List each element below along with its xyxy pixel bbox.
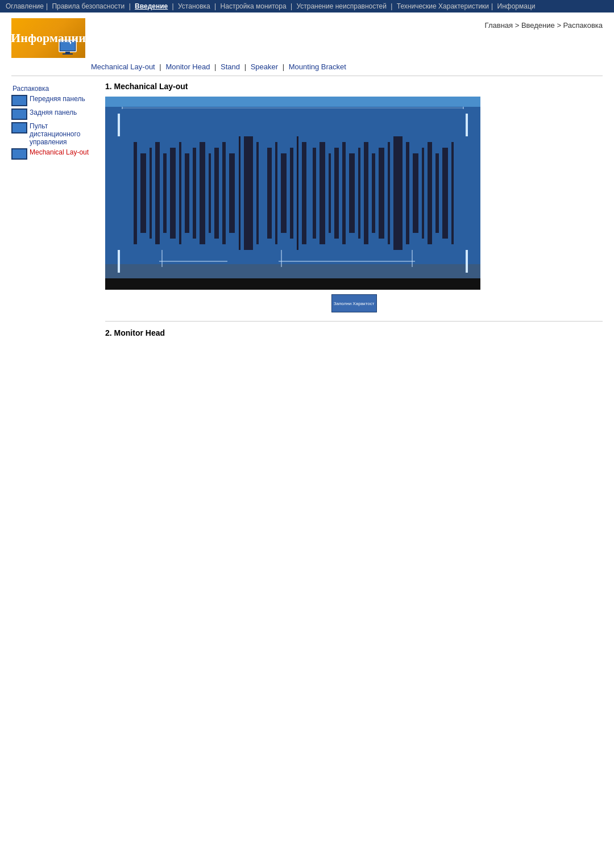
header-area: Информации Главная > Введение > Распаков… [0, 12, 614, 58]
svg-rect-30 [275, 142, 277, 244]
sidebar-link-remote[interactable]: Пульт дистанционного управления [30, 122, 94, 146]
svg-rect-9 [118, 250, 120, 273]
sub-nav-stand[interactable]: Stand [221, 62, 240, 71]
svg-rect-52 [442, 148, 448, 239]
svg-rect-6 [105, 97, 480, 107]
mechanical-thumbnail[interactable]: Заполни Характост [331, 294, 377, 312]
sidebar-item-mechanical: Mechanical Lay-out [11, 148, 94, 160]
sub-nav-speaker[interactable]: Speaker [251, 62, 278, 71]
svg-rect-7 [105, 264, 480, 278]
sidebar-link-mechanical[interactable]: Mechanical Lay-out [30, 148, 89, 156]
svg-rect-48 [413, 153, 418, 233]
mechanical-layout-image [105, 97, 480, 290]
nav-item-1[interactable]: Правила безопасности [52, 2, 125, 10]
mechanical-svg [105, 97, 480, 290]
main-content: 1. Mechanical Lay-out [99, 82, 603, 337]
svg-rect-35 [313, 148, 316, 239]
svg-rect-37 [329, 153, 331, 233]
nav-item-4[interactable]: Настройка монитора [221, 2, 287, 10]
svg-rect-21 [200, 142, 205, 244]
sidebar-link-back-panel[interactable]: Задняя панель [30, 108, 77, 116]
breadcrumb: Главная > Введение > Распаковка [85, 18, 603, 30]
svg-rect-17 [170, 148, 176, 239]
svg-rect-34 [302, 142, 306, 244]
svg-rect-24 [222, 142, 226, 244]
sidebar-item-back-panel: Задняя панель [11, 108, 94, 120]
svg-rect-2 [65, 52, 70, 53]
svg-rect-14 [150, 148, 152, 239]
nav-item-2[interactable]: Введение [135, 2, 168, 10]
section-1-title: 1. Mechanical Lay-out [105, 82, 603, 91]
sidebar-thumb-back-panel [11, 108, 27, 120]
svg-rect-8 [118, 114, 120, 136]
sub-navigation: Mechanical Lay-out | Monitor Head | Stan… [0, 58, 614, 76]
svg-rect-36 [320, 142, 325, 244]
sub-nav-mounting-bracket[interactable]: Mounting Bracket [289, 62, 346, 71]
svg-rect-44 [379, 148, 384, 239]
svg-rect-38 [334, 148, 339, 239]
sidebar-thumb-remote [11, 122, 27, 133]
svg-rect-46 [393, 136, 403, 250]
breadcrumb-text: Главная > Введение > Распаковка [485, 21, 603, 30]
mechanical-thumbnail-area: Заполни Характост [105, 294, 603, 312]
sub-nav-mechanical-layout[interactable]: Mechanical Lay-out [91, 62, 155, 71]
svg-rect-18 [179, 142, 181, 244]
svg-rect-41 [358, 148, 360, 239]
svg-rect-15 [155, 142, 160, 244]
sidebar: Распаковка Передняя панель Задняя панель… [11, 82, 99, 337]
sidebar-item-front-panel: Передняя панель [11, 95, 94, 106]
svg-rect-47 [406, 142, 409, 244]
svg-rect-39 [342, 142, 346, 244]
svg-rect-13 [140, 153, 146, 233]
svg-rect-31 [281, 153, 287, 233]
svg-rect-19 [185, 153, 189, 233]
sidebar-link-unboxing[interactable]: Распаковка [13, 85, 49, 93]
section-2-title: 2. Monitor Head [105, 328, 603, 337]
svg-rect-43 [372, 153, 375, 233]
svg-rect-22 [209, 153, 211, 233]
svg-rect-32 [290, 148, 293, 239]
svg-rect-12 [134, 142, 137, 244]
svg-rect-49 [422, 148, 424, 239]
content-area: Распаковка Передняя панель Задняя панель… [0, 76, 614, 343]
top-navigation: Оглавление| Правила безопасности | Введе… [0, 0, 614, 12]
sidebar-link-front-panel[interactable]: Передняя панель [30, 95, 85, 103]
sidebar-thumb-front-panel [11, 95, 27, 106]
svg-rect-11 [466, 250, 468, 273]
logo-text: Информации [11, 31, 85, 45]
sidebar-item-remote: Пульт дистанционного управления [11, 122, 94, 146]
nav-item-6[interactable]: Технические Характеристики [397, 2, 489, 10]
svg-rect-25 [229, 153, 235, 233]
svg-rect-27 [244, 136, 253, 250]
sidebar-thumb-mechanical [11, 148, 27, 160]
svg-rect-3 [63, 53, 73, 55]
nav-item-3[interactable]: Установка [178, 2, 210, 10]
svg-rect-45 [388, 142, 390, 244]
nav-item-7[interactable]: Информаци [497, 2, 536, 10]
sidebar-item-unboxing: Распаковка [11, 85, 94, 93]
svg-rect-16 [163, 153, 167, 233]
svg-rect-20 [193, 148, 196, 239]
svg-rect-10 [466, 114, 468, 136]
svg-rect-28 [256, 142, 259, 244]
logo: Информации [11, 18, 85, 58]
sub-nav-monitor-head[interactable]: Monitor Head [165, 62, 210, 71]
svg-rect-42 [364, 142, 368, 244]
nav-item-0[interactable]: Оглавление [6, 2, 44, 10]
svg-rect-50 [428, 142, 432, 244]
thumb-label: Заполни Характост [334, 301, 375, 306]
svg-rect-53 [451, 142, 454, 244]
svg-rect-33 [297, 136, 298, 250]
svg-rect-26 [239, 136, 240, 250]
svg-rect-29 [267, 148, 272, 239]
svg-rect-5 [105, 278, 480, 290]
svg-rect-23 [214, 148, 219, 239]
svg-rect-51 [435, 153, 439, 233]
svg-rect-40 [349, 153, 355, 233]
nav-item-5[interactable]: Устранение неисправностей [296, 2, 387, 10]
section-divider [105, 321, 603, 322]
